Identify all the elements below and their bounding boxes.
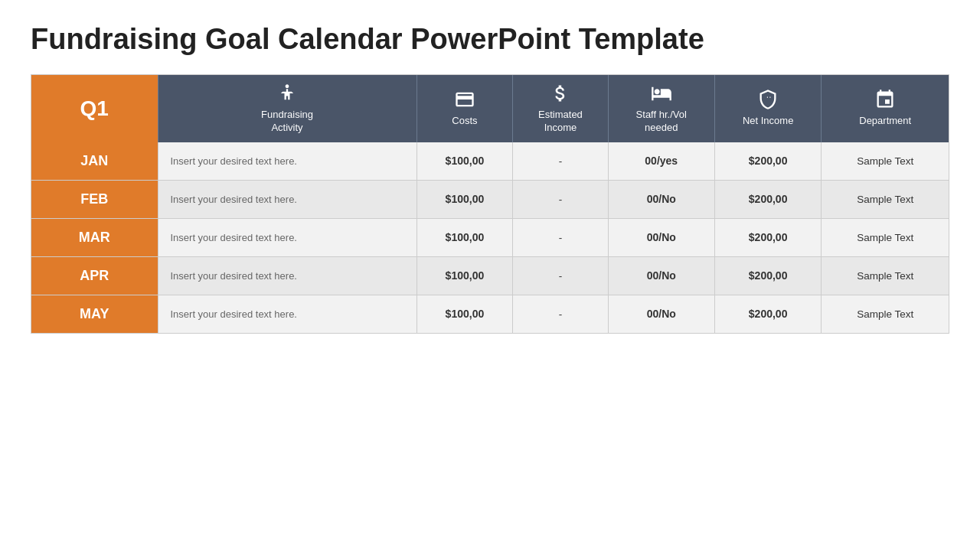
col-department-label: Department: [859, 115, 911, 128]
activity-cell: Insert your desired text here.: [158, 295, 416, 333]
department-cell: Sample Text: [822, 142, 949, 181]
month-cell: JAN: [31, 142, 158, 181]
table-row: APR Insert your desired text here. $100,…: [31, 256, 949, 295]
col-fundraising: FundraisingActivity: [158, 75, 416, 142]
department-cell: Sample Text: [822, 256, 949, 295]
activity-cell: Insert your desired text here.: [158, 256, 416, 295]
department-cell: Sample Text: [822, 295, 949, 333]
staff-icon: [651, 83, 672, 104]
staff-cell: 00/yes: [608, 142, 714, 181]
table-row: MAR Insert your desired text here. $100,…: [31, 218, 949, 256]
department-cell: Sample Text: [822, 218, 949, 256]
month-cell: FEB: [31, 180, 158, 218]
table-row: MAY Insert your desired text here. $100,…: [31, 295, 949, 333]
activity-cell: Insert your desired text here.: [158, 142, 416, 181]
costs-cell: $100,00: [416, 218, 513, 256]
costs-cell: $100,00: [416, 295, 513, 333]
col-department: Department: [822, 75, 949, 142]
page-container: Fundraising Goal Calendar PowerPoint Tem…: [0, 0, 980, 349]
estimated-cell: -: [513, 256, 608, 295]
table-wrapper: Q1 FundraisingActivity: [31, 74, 949, 334]
table-row: FEB Insert your desired text here. $100,…: [31, 180, 949, 218]
col-fundraising-label: FundraisingActivity: [261, 109, 313, 135]
col-net-label: Net Income: [743, 115, 793, 128]
estimated-cell: -: [513, 218, 608, 256]
estimated-cell: -: [513, 180, 608, 218]
table-row: JAN Insert your desired text here. $100,…: [31, 142, 949, 181]
department-cell: Sample Text: [822, 180, 949, 218]
staff-cell: 00/No: [608, 295, 714, 333]
costs-cell: $100,00: [416, 180, 513, 218]
estimated-cell: -: [513, 142, 608, 181]
month-cell: MAR: [31, 218, 158, 256]
col-estimated-label: EstimatedIncome: [538, 109, 583, 135]
estimated-icon: [550, 83, 571, 104]
net-cell: $200,00: [714, 218, 822, 256]
activity-cell: Insert your desired text here.: [158, 180, 416, 218]
col-estimated: EstimatedIncome: [513, 75, 608, 142]
net-cell: $200,00: [714, 180, 822, 218]
net-income-icon: [757, 89, 779, 110]
estimated-cell: -: [513, 295, 608, 333]
activity-cell: Insert your desired text here.: [158, 218, 416, 256]
net-cell: $200,00: [714, 256, 822, 295]
month-cell: APR: [31, 256, 158, 295]
costs-icon: [454, 89, 475, 110]
main-table: Q1 FundraisingActivity: [31, 75, 949, 333]
costs-cell: $100,00: [416, 142, 513, 181]
costs-cell: $100,00: [416, 256, 513, 295]
staff-cell: 00/No: [608, 180, 714, 218]
col-net: Net Income: [714, 75, 822, 142]
q1-header: Q1: [31, 75, 158, 142]
department-icon: [874, 89, 896, 110]
net-cell: $200,00: [714, 295, 822, 333]
staff-cell: 00/No: [608, 218, 714, 256]
col-costs-label: Costs: [452, 115, 477, 128]
fundraising-icon: [276, 83, 298, 104]
month-cell: MAY: [31, 295, 158, 333]
staff-cell: 00/No: [608, 256, 714, 295]
col-costs: Costs: [416, 75, 513, 142]
col-staff: Staff hr./Volneeded: [608, 75, 714, 142]
page-title: Fundraising Goal Calendar PowerPoint Tem…: [31, 23, 949, 56]
col-staff-label: Staff hr./Volneeded: [636, 109, 687, 135]
net-cell: $200,00: [714, 142, 822, 181]
